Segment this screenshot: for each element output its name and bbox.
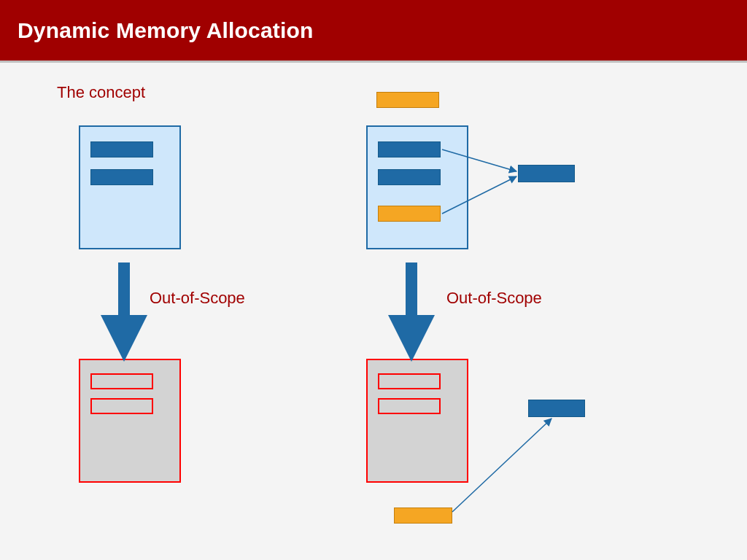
left-dead-item-a — [90, 373, 153, 389]
right-stray-orange-top — [376, 92, 439, 108]
right-orange-handle-bottom — [394, 508, 452, 524]
left-out-of-scope-label: Out-of-Scope — [150, 289, 245, 308]
right-heap-block-top — [518, 165, 575, 182]
right-out-of-scope-label: Out-of-Scope — [446, 289, 542, 308]
left-scope-item-a — [90, 141, 153, 158]
concept-label: The concept — [57, 83, 145, 102]
left-dead-item-b — [90, 398, 153, 414]
slide-header: Dynamic Memory Allocation — [0, 0, 747, 63]
right-scope-item-a — [378, 141, 441, 158]
right-dead-item-b — [378, 398, 441, 414]
diagram-canvas: The concept Out-of-Scope Out-of-Scope — [0, 63, 747, 560]
right-heap-block-bottom — [528, 400, 585, 417]
right-scope-orange-handle — [378, 206, 441, 222]
left-scope-item-b — [90, 169, 153, 185]
slide-title: Dynamic Memory Allocation — [18, 18, 314, 43]
right-dead-item-a — [378, 373, 441, 389]
right-scope-item-b — [378, 169, 441, 185]
